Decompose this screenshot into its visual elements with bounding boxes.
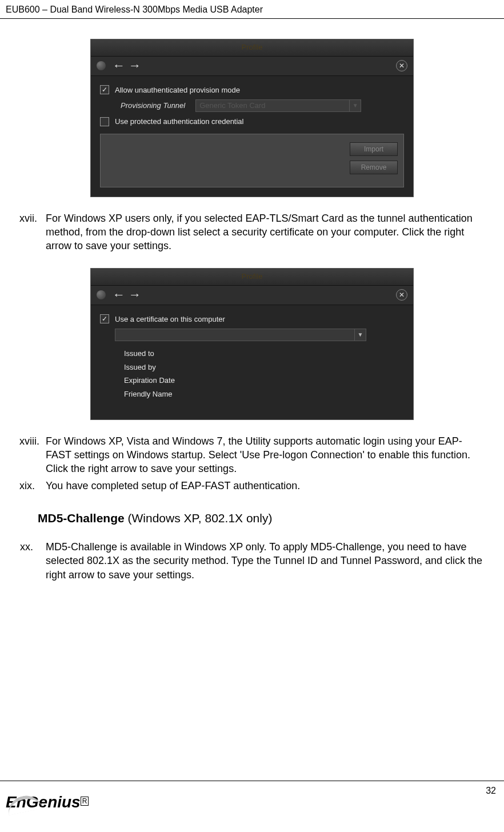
chevron-down-icon: ▼ <box>349 100 361 111</box>
profile-dialog-certificate: Profile ← → ✕ Use a certificate on this … <box>90 268 414 420</box>
cred-file-box: Import Remove <box>100 134 404 187</box>
remove-button[interactable]: Remove <box>350 161 398 174</box>
step-text: You have completed setup of EAP-FAST aut… <box>46 479 485 493</box>
record-icon[interactable] <box>97 61 106 70</box>
step-xvii: xvii. For Windows XP users only, if you … <box>19 211 485 253</box>
dialog-title: Profile <box>91 39 413 57</box>
dialog-title: Profile <box>91 269 413 286</box>
chevron-down-icon: ▼ <box>354 329 366 341</box>
step-text: For Windows XP, Vista and Windows 7, the… <box>46 434 485 476</box>
import-button[interactable]: Import <box>350 142 398 156</box>
back-arrow-icon[interactable]: ← <box>113 289 125 301</box>
close-icon[interactable]: ✕ <box>396 60 407 71</box>
step-xviii: xviii. For Windows XP, Vista and Windows… <box>19 434 485 476</box>
back-arrow-icon[interactable]: ← <box>113 59 125 72</box>
step-number: xviii. <box>19 434 46 476</box>
dialog-nav: ← → ✕ <box>91 57 413 76</box>
use-cert-checkbox[interactable] <box>100 314 109 323</box>
step-text: MD5-Challenge is available in Windows XP… <box>46 540 485 582</box>
use-cert-label: Use a certificate on this computer <box>115 314 225 325</box>
engenius-logo: EnGeniusR <box>6 791 89 813</box>
dialog-nav: ← → ✕ <box>91 286 413 305</box>
dialog-body: Allow unauthenticated provision mode Pro… <box>91 76 413 197</box>
step-number: xx. <box>19 540 46 582</box>
logo-reg: R <box>81 797 89 806</box>
record-icon[interactable] <box>97 290 106 299</box>
friendly-name-label: Friendly Name <box>124 387 404 401</box>
prov-tunnel-value: Generic Token Card <box>199 101 265 111</box>
heading-rest: (Windows XP, 802.1X only) <box>125 511 273 525</box>
profile-dialog-provision: Profile ← → ✕ Allow unauthenticated prov… <box>90 39 414 197</box>
step-number: xix. <box>19 479 46 493</box>
issued-to-label: Issued to <box>124 347 404 361</box>
close-icon[interactable]: ✕ <box>396 289 407 301</box>
prov-tunnel-select[interactable]: Generic Token Card ▼ <box>195 99 361 112</box>
allow-unauth-label: Allow unauthenticated provision mode <box>115 85 240 95</box>
step-xix: xix. You have completed setup of EAP-FAS… <box>19 479 485 493</box>
dialog-body: Use a certificate on this computer ▼ Iss… <box>91 305 413 419</box>
page-footer: 32 EnGeniusR <box>0 781 504 832</box>
cert-details: Issued to Issued by Expiration Date Frie… <box>124 347 404 401</box>
cert-select[interactable]: ▼ <box>115 329 366 341</box>
prov-tunnel-label: Provisioning Tunnel <box>121 101 190 111</box>
allow-unauth-checkbox[interactable] <box>100 85 109 94</box>
md5-heading: MD5-Challenge (Windows XP, 802.1X only) <box>38 510 485 526</box>
expiration-label: Expiration Date <box>124 374 404 387</box>
step-xx: xx. MD5-Challenge is available in Window… <box>19 540 485 582</box>
page-number: 32 <box>486 785 496 797</box>
step-number: xvii. <box>19 211 46 253</box>
forward-arrow-icon[interactable]: → <box>129 289 141 301</box>
page-header: EUB600 – Dual Band Wireless-N 300Mbps Me… <box>0 0 504 19</box>
page-content: Profile ← → ✕ Allow unauthenticated prov… <box>0 19 504 582</box>
protected-cred-checkbox[interactable] <box>100 117 109 126</box>
issued-by-label: Issued by <box>124 361 404 374</box>
protected-cred-label: Use protected authentication credential <box>115 117 243 127</box>
step-text: For Windows XP users only, if you select… <box>46 211 485 253</box>
forward-arrow-icon[interactable]: → <box>129 59 141 72</box>
heading-bold: MD5-Challenge <box>38 511 125 525</box>
